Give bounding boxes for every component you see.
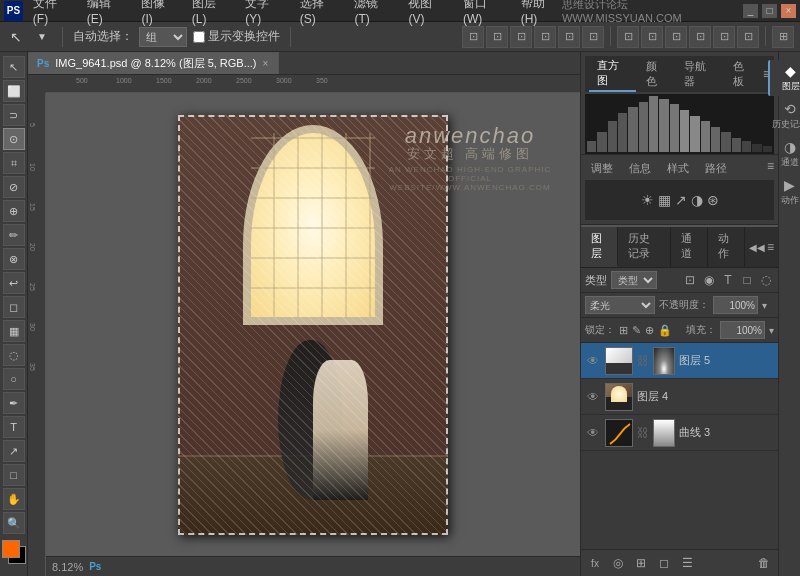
foreground-color-swatch[interactable]: [2, 540, 20, 558]
lock-position-icon[interactable]: ⊕: [645, 324, 654, 337]
tab-color[interactable]: 颜色: [638, 57, 674, 91]
delete-layer-icon[interactable]: 🗑: [754, 553, 774, 573]
opacity-input[interactable]: [713, 296, 758, 314]
tab-swatches[interactable]: 色板: [725, 57, 761, 91]
filter-shape-icon[interactable]: □: [739, 273, 755, 287]
menu-select[interactable]: 选择(S): [296, 0, 341, 28]
pen-tool[interactable]: ✒: [3, 392, 25, 414]
rectangular-marquee-tool[interactable]: ⬜: [3, 80, 25, 102]
tab-navigator[interactable]: 导航器: [676, 57, 723, 91]
filter-pixel-icon[interactable]: ⊡: [682, 273, 698, 287]
create-layer-icon[interactable]: ◻: [654, 553, 674, 573]
layers-tab-history[interactable]: 历史记录: [618, 227, 671, 267]
distribute-bottom-icon[interactable]: ⊡: [737, 26, 759, 48]
document-tab[interactable]: Ps IMG_9641.psd @ 8.12% (图层 5, RGB...) ×: [28, 52, 279, 74]
opacity-expand-icon[interactable]: ▾: [762, 300, 767, 311]
adjust-brightness-icon[interactable]: ☀: [641, 192, 654, 208]
layers-tab-actions[interactable]: 动作: [708, 227, 745, 267]
arrange-icon[interactable]: ⊞: [772, 26, 794, 48]
brush-tool[interactable]: ✏: [3, 224, 25, 246]
distribute-top-icon[interactable]: ⊡: [689, 26, 711, 48]
doc-tab-close-button[interactable]: ×: [263, 58, 269, 69]
layer-4-visibility-icon[interactable]: 👁: [585, 390, 601, 404]
create-group-icon[interactable]: ⊞: [631, 553, 651, 573]
maximize-button[interactable]: □: [762, 4, 777, 18]
tab-histogram[interactable]: 直方图: [589, 56, 636, 92]
menu-image[interactable]: 图像(I): [137, 0, 177, 28]
panel-actions-icon[interactable]: ▶ 动作: [768, 174, 801, 210]
panel-history-icon[interactable]: ⟲ 历史记录: [768, 98, 801, 134]
blur-tool[interactable]: ◌: [3, 344, 25, 366]
adjust-layer-icon[interactable]: ☰: [677, 553, 697, 573]
canvas-content[interactable]: anwenchao 安文超 高端修图 AN WENCHAO HIGH-END G…: [46, 93, 580, 556]
adjust-color-balance-icon[interactable]: ⊛: [707, 192, 719, 208]
menu-text[interactable]: 文字(Y): [241, 0, 286, 28]
tab-info[interactable]: 信息: [623, 159, 657, 178]
add-mask-icon[interactable]: ◎: [608, 553, 628, 573]
show-transform-checkbox[interactable]: 显示变换控件: [193, 28, 280, 45]
add-link-icon[interactable]: fx: [585, 553, 605, 573]
align-center-h-icon[interactable]: ⊡: [558, 26, 580, 48]
lasso-tool[interactable]: ⊃: [3, 104, 25, 126]
distribute-right-icon[interactable]: ⊡: [665, 26, 687, 48]
layers-tab-layers[interactable]: 图层: [581, 227, 618, 267]
curves-3-visibility-icon[interactable]: 👁: [585, 426, 601, 440]
eyedropper-tool[interactable]: ⊘: [3, 176, 25, 198]
gradient-tool[interactable]: ▦: [3, 320, 25, 342]
layer-item-curves-3[interactable]: 👁 ⛓ 曲线 3: [581, 415, 778, 451]
move-tool-icon[interactable]: ↖: [6, 27, 26, 47]
filter-smart-icon[interactable]: ◌: [758, 273, 774, 287]
tab-adjustments[interactable]: 调整: [585, 159, 619, 178]
adjust-levels-icon[interactable]: ▦: [658, 192, 671, 208]
blend-mode-dropdown[interactable]: 柔光 正常 叠加 滤色: [585, 296, 655, 314]
layers-menu-icon[interactable]: ≡: [767, 240, 774, 254]
align-top-icon[interactable]: ⊡: [534, 26, 556, 48]
menu-help[interactable]: 帮助(H): [517, 0, 562, 28]
layer-item-5[interactable]: 👁 ⛓ 图层 5: [581, 343, 778, 379]
align-bottom-icon[interactable]: ⊡: [582, 26, 604, 48]
distribute-center-h-icon[interactable]: ⊡: [641, 26, 663, 48]
panel-layers-icon[interactable]: ◆ 图层: [768, 60, 801, 96]
close-button[interactable]: ×: [781, 4, 796, 18]
layer-item-4[interactable]: 👁 图层 4: [581, 379, 778, 415]
history-brush-tool[interactable]: ↩: [3, 272, 25, 294]
crop-tool[interactable]: ⌗: [3, 152, 25, 174]
healing-brush-tool[interactable]: ⊕: [3, 200, 25, 222]
menu-layer[interactable]: 图层(L): [188, 0, 231, 28]
shape-tool[interactable]: □: [3, 464, 25, 486]
menu-edit[interactable]: 编辑(E): [83, 0, 128, 28]
path-selection-tool[interactable]: ↗: [3, 440, 25, 462]
filter-adjust-icon[interactable]: ◉: [701, 273, 717, 287]
show-transform-check[interactable]: [193, 31, 205, 43]
move-tool[interactable]: ↖: [3, 56, 25, 78]
tab-paths[interactable]: 路径: [699, 159, 733, 178]
adjust-curves-icon[interactable]: ↗: [675, 192, 687, 208]
lock-transparent-icon[interactable]: ⊞: [619, 324, 628, 337]
clone-stamp-tool[interactable]: ⊗: [3, 248, 25, 270]
minimize-button[interactable]: _: [743, 4, 758, 18]
adjust-saturation-icon[interactable]: ◑: [691, 192, 703, 208]
filter-type-dropdown[interactable]: 类型: [611, 271, 657, 289]
fill-expand-icon[interactable]: ▾: [769, 325, 774, 336]
menu-file[interactable]: 文件(F): [29, 0, 73, 28]
align-center-v-icon[interactable]: ⊡: [486, 26, 508, 48]
layer-5-visibility-icon[interactable]: 👁: [585, 354, 601, 368]
layers-collapse-icon[interactable]: ◀◀: [749, 242, 765, 253]
menu-window[interactable]: 窗口(W): [459, 0, 507, 28]
align-right-icon[interactable]: ⊡: [510, 26, 532, 48]
tool-option-icon[interactable]: ▼: [32, 27, 52, 47]
tab-styles[interactable]: 样式: [661, 159, 695, 178]
lock-pixels-icon[interactable]: ✎: [632, 324, 641, 337]
menu-view[interactable]: 视图(V): [404, 0, 449, 28]
lock-all-icon[interactable]: 🔒: [658, 324, 672, 337]
hand-tool[interactable]: ✋: [3, 488, 25, 510]
panel-channels-icon[interactable]: ◑ 通道: [768, 136, 801, 172]
type-tool[interactable]: T: [3, 416, 25, 438]
distribute-left-icon[interactable]: ⊡: [617, 26, 639, 48]
dodge-tool[interactable]: ○: [3, 368, 25, 390]
fill-input[interactable]: [720, 321, 765, 339]
layers-tab-channels[interactable]: 通道: [671, 227, 708, 267]
auto-select-dropdown[interactable]: 组 图层: [139, 27, 187, 47]
eraser-tool[interactable]: ◻: [3, 296, 25, 318]
menu-filter[interactable]: 滤镜(T): [350, 0, 394, 28]
